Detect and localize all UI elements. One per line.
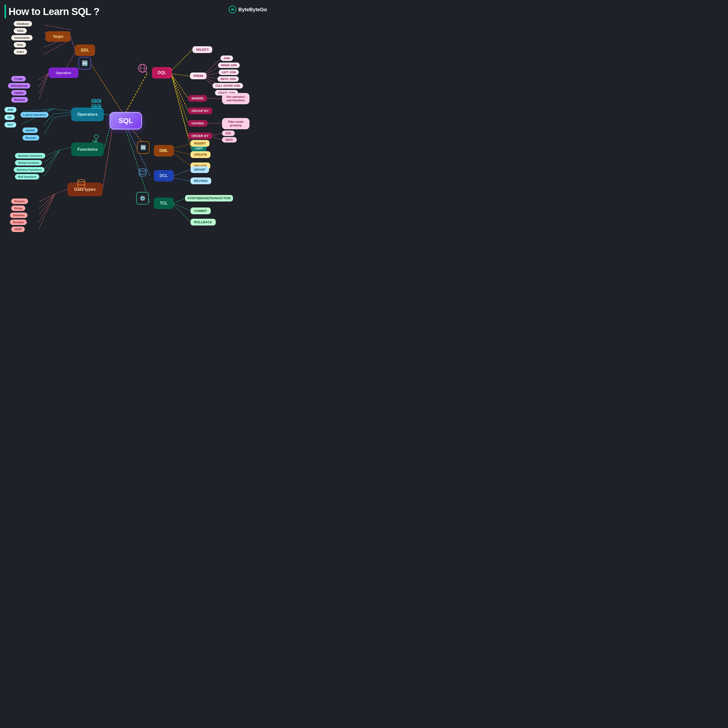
fn-datetime: Datetime functions xyxy=(14,167,44,173)
svg-line-84 xyxy=(145,71,147,73)
fn-numeric: Numeric functions xyxy=(15,153,45,159)
svg-line-12 xyxy=(104,114,110,115)
logo-text: ByteByteGo xyxy=(239,7,267,12)
svg-point-68 xyxy=(98,101,99,102)
dql-node: DQL xyxy=(152,67,172,78)
svg-line-19 xyxy=(54,113,71,114)
target-view: View xyxy=(14,42,26,47)
insert-node: INSERT xyxy=(191,140,210,147)
svg-line-38 xyxy=(172,75,188,111)
svg-line-25 xyxy=(44,150,60,163)
svg-line-8 xyxy=(39,73,49,87)
svg-point-66 xyxy=(94,101,95,102)
svg-line-9 xyxy=(39,73,49,93)
svg-line-54 xyxy=(174,151,191,154)
fn-null: Null functions xyxy=(15,174,39,179)
op-create: Create xyxy=(11,76,26,81)
page-title: How to Learn SQL ? xyxy=(9,6,99,17)
svg-line-22 xyxy=(44,118,54,135)
update-node: UPDATE xyxy=(191,151,211,158)
dcl-icon xyxy=(136,166,149,179)
groupby-node: GROUP BY xyxy=(188,107,212,114)
svg-line-57 xyxy=(174,170,191,176)
lop-or: OR xyxy=(5,115,15,120)
left-join-node: LEFT JOIN xyxy=(219,69,239,75)
svg-line-16 xyxy=(23,109,54,111)
svg-line-7 xyxy=(39,73,49,80)
functions-icon xyxy=(90,133,102,145)
dml-icon: 🔤 xyxy=(137,141,150,154)
svg-line-40 xyxy=(172,76,188,136)
svg-line-29 xyxy=(39,194,55,202)
page-container: How to Learn SQL ? ByteByteGo DDL 🔤 Targ… xyxy=(0,0,272,272)
operation-node: Operation xyxy=(49,67,78,78)
filter-grouping-box: Filter inside grouping xyxy=(222,118,249,129)
svg-line-39 xyxy=(172,76,188,123)
inner-join-node: INNER JOIN xyxy=(218,63,240,68)
svg-point-85 xyxy=(139,169,146,171)
dt-string: String xyxy=(11,205,25,211)
lop-not: NOT xyxy=(5,122,16,127)
svg-point-80 xyxy=(78,179,85,182)
tcl-node: TCL xyxy=(154,197,174,209)
svg-point-69 xyxy=(99,101,101,102)
rollback-node: ROLLBACK xyxy=(191,219,216,225)
ddl-icon: 🔤 xyxy=(78,57,91,69)
svg-point-74 xyxy=(98,106,99,107)
logical-operators-label: Logical operators xyxy=(20,112,49,118)
full-outer-join-node: FULL OUTER JOIN xyxy=(213,83,243,89)
ddl-node: DDL xyxy=(75,44,95,56)
target-index: Index xyxy=(14,49,27,55)
svg-line-61 xyxy=(174,204,191,211)
dt-datetime: Datetime xyxy=(10,213,28,218)
ops-rename: Rename xyxy=(23,135,39,141)
tcl-icon: ⚙️ xyxy=(136,192,149,205)
grant-node: GRANT xyxy=(191,166,209,173)
svg-point-72 xyxy=(94,106,95,107)
asc-node: ASC xyxy=(222,130,235,136)
svg-line-58 xyxy=(174,178,191,181)
svg-line-14 xyxy=(102,127,113,189)
dt-boolean: Boolean xyxy=(10,220,27,225)
dcl-node: DCL xyxy=(154,170,174,182)
svg-point-76 xyxy=(94,135,98,139)
svg-line-36 xyxy=(172,74,190,76)
svg-line-1 xyxy=(44,25,70,29)
op-delete: Delete(drop) xyxy=(8,83,30,89)
orderby-node: ORDER BY xyxy=(188,133,212,139)
target-node: Target xyxy=(46,31,70,42)
desc-node: DESC xyxy=(222,137,237,142)
sql-node: SQL xyxy=(110,112,142,130)
dql-icon xyxy=(136,62,149,75)
svg-line-60 xyxy=(174,198,185,203)
svg-point-65 xyxy=(93,101,94,102)
ops-update: Update xyxy=(23,127,38,133)
target-database: Database xyxy=(14,21,32,26)
op-rename: Rename xyxy=(11,97,28,102)
svg-line-24 xyxy=(44,150,60,156)
svg-line-28 xyxy=(55,189,67,194)
svg-line-53 xyxy=(174,144,191,148)
svg-line-55 xyxy=(174,153,191,166)
datatypes-icon xyxy=(75,177,87,190)
target-constraints: Constraints xyxy=(11,35,32,40)
svg-line-35 xyxy=(172,49,193,70)
from-node: FROM xyxy=(190,72,206,79)
dt-numeric: Nemeric xyxy=(11,199,28,204)
op-update: Update xyxy=(11,90,26,95)
svg-line-27 xyxy=(44,150,60,176)
header-bar xyxy=(5,5,6,18)
logo-area: ByteByteGo xyxy=(228,6,267,14)
svg-line-62 xyxy=(174,205,191,222)
svg-line-0 xyxy=(70,36,75,50)
dml-node: DML xyxy=(154,145,174,156)
svg-line-48 xyxy=(208,98,222,99)
svg-line-33 xyxy=(39,194,55,229)
svg-line-30 xyxy=(39,194,55,209)
select-node: SELECT xyxy=(193,46,212,53)
bytebyteGo-icon xyxy=(228,6,237,14)
svg-point-71 xyxy=(93,106,94,107)
svg-line-31 xyxy=(39,194,55,216)
svg-line-26 xyxy=(44,150,60,170)
svg-line-15 xyxy=(54,109,71,111)
